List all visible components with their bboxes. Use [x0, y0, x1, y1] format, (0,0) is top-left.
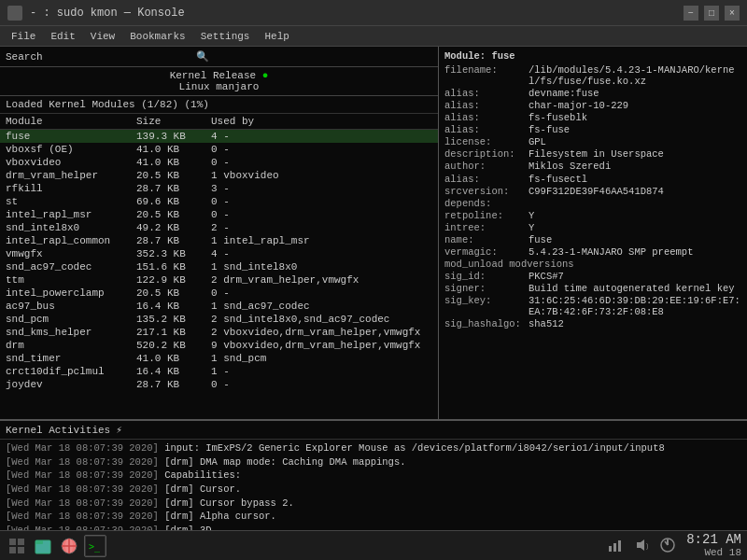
- info-row: alias: fs-fuseblk: [444, 112, 741, 123]
- kernel-release-value: Linux manjaro: [179, 81, 260, 92]
- info-val: C99F312DE39F46AA541D874: [529, 186, 664, 197]
- table-row[interactable]: drm 520.2 KB 9 vboxvideo,drm_vram_helper…: [0, 339, 438, 352]
- table-row[interactable]: crct10dif_pclmul 16.4 KB 1 -: [0, 365, 438, 378]
- kernel-activities-label: Kernel Activities: [6, 425, 110, 436]
- info-row: alias: fs-fuse: [444, 124, 741, 135]
- table-row[interactable]: vmwgfx 352.3 KB 4 -: [0, 247, 438, 260]
- table-row[interactable]: snd_timer 41.0 KB 1 snd_pcm: [0, 352, 438, 365]
- table-row[interactable]: intel_rapl_common 28.7 KB 1 intel_rapl_m…: [0, 234, 438, 247]
- info-key: srcversion:: [444, 186, 529, 197]
- tray-icons: )): [604, 534, 679, 556]
- info-key: sig_hashalgo:: [444, 318, 529, 329]
- module-size: 69.6 KB: [136, 196, 211, 207]
- table-row[interactable]: intel_powerclamp 20.5 KB 0 -: [0, 287, 438, 300]
- list-item: [Wed Mar 18 08:07:39 2020] [drm] Cursor.: [6, 483, 741, 497]
- info-row: alias: fs-fusectl: [444, 174, 741, 185]
- log-message: [drm] Cursor bypass 2.: [164, 497, 294, 509]
- table-row[interactable]: drm_vram_helper 20.5 KB 1 vboxvideo: [0, 169, 438, 182]
- taskbar-desktop-icon[interactable]: [6, 535, 28, 557]
- module-size: 122.9 KB: [136, 274, 211, 286]
- log-timestamp: [Wed Mar 18 08:07:39 2020]: [6, 497, 159, 509]
- table-row[interactable]: st 69.6 KB 0 -: [0, 195, 438, 208]
- search-icon: 🔍: [196, 50, 209, 63]
- module-used: 1 snd_pcm: [211, 353, 432, 364]
- table-row[interactable]: snd_intel8x0 49.2 KB 2 -: [0, 221, 438, 234]
- info-val: fuse: [529, 234, 552, 245]
- menu-item-bookmarks[interactable]: Bookmarks: [122, 29, 192, 44]
- main-content: 🔍 Kernel Release ● Linux manjaro Loaded …: [0, 47, 747, 530]
- table-row[interactable]: fuse 139.3 KB 4 -: [0, 130, 438, 143]
- table-row[interactable]: vboxvideo 41.0 KB 0 -: [0, 156, 438, 169]
- info-val: fs-fuse: [529, 124, 570, 135]
- module-size: 352.3 KB: [136, 248, 211, 259]
- minimize-button[interactable]: −: [684, 6, 698, 21]
- module-size: 20.5 KB: [136, 170, 211, 181]
- svg-rect-5: [35, 540, 43, 544]
- module-size: 151.6 KB: [136, 261, 211, 273]
- module-used: 1 snd_ac97_codec: [211, 301, 432, 312]
- table-row[interactable]: vboxsf (OE) 41.0 KB 0 -: [0, 143, 438, 156]
- col-module: Module: [6, 116, 136, 127]
- kernel-release-bar: Kernel Release ● Linux manjaro: [0, 67, 438, 96]
- module-name: joydev: [6, 379, 136, 390]
- menu-item-view[interactable]: View: [83, 29, 122, 44]
- kernel-activities-log: [Wed Mar 18 08:07:39 2020] input: ImExPS…: [0, 440, 747, 530]
- module-name: snd_pcm: [6, 314, 136, 325]
- network-icon[interactable]: [604, 534, 627, 556]
- table-row[interactable]: snd_pcm 135.2 KB 2 snd_intel8x0,snd_ac97…: [0, 313, 438, 326]
- window-controls: − □ ×: [684, 6, 740, 21]
- modules-columns: Module Size Used by: [0, 114, 438, 130]
- power-icon[interactable]: [656, 534, 679, 556]
- info-row: alias: char-major-10-229: [444, 100, 741, 111]
- table-row[interactable]: joydev 28.7 KB 0 -: [0, 378, 438, 391]
- table-row[interactable]: snd_ac97_codec 151.6 KB 1 snd_intel8x0: [0, 260, 438, 273]
- info-key: alias:: [444, 112, 529, 123]
- info-row: mod_unload modversions: [444, 259, 741, 270]
- module-used: 0 -: [211, 287, 432, 299]
- module-used: 2 drm_vram_helper,vmwgfx: [211, 274, 432, 286]
- menu-item-help[interactable]: Help: [257, 29, 296, 44]
- table-row[interactable]: ac97_bus 16.4 KB 1 snd_ac97_codec: [0, 300, 438, 313]
- taskbar-browser-icon[interactable]: [58, 535, 80, 557]
- module-name: drm_vram_helper: [6, 170, 136, 181]
- log-message: input: ImExPS/2 Generic Explorer Mouse a…: [164, 442, 665, 454]
- search-input[interactable]: [6, 51, 192, 63]
- module-name: drm: [6, 340, 136, 351]
- module-used: 2 snd_intel8x0,snd_ac97_codec: [211, 314, 432, 325]
- module-used: 4 -: [211, 248, 432, 259]
- info-val: 31:6C:25:46:6D:39:DB:29:EE:19:6F:E7:EA:7…: [529, 295, 741, 317]
- kernel-release-label: Kernel Release: [170, 70, 256, 81]
- module-name: intel_rapl_msr: [6, 209, 136, 220]
- taskbar-files-icon[interactable]: [32, 535, 54, 557]
- info-val: 5.4.23-1-MANJARO SMP preempt: [529, 246, 693, 258]
- maximize-button[interactable]: □: [704, 6, 719, 21]
- info-val: Miklos Szeredi: [529, 161, 611, 172]
- module-name: vmwgfx: [6, 248, 136, 259]
- svg-rect-0: [9, 539, 16, 545]
- table-row[interactable]: rfkill 28.7 KB 3 -: [0, 182, 438, 195]
- menu-item-settings[interactable]: Settings: [193, 29, 258, 44]
- table-row[interactable]: ttm 122.9 KB 2 drm_vram_helper,vmwgfx: [0, 273, 438, 287]
- menu-item-file[interactable]: File: [4, 29, 43, 44]
- module-name: rfkill: [6, 183, 136, 194]
- svg-marker-16: [637, 539, 644, 551]
- info-key: alias:: [444, 124, 529, 135]
- log-message: [drm] Cursor.: [164, 483, 241, 495]
- table-row[interactable]: snd_kms_helper 217.1 KB 2 vboxvideo,drm_…: [0, 326, 438, 339]
- close-button[interactable]: ×: [725, 6, 740, 21]
- module-name: intel_powerclamp: [6, 287, 136, 299]
- module-size: 20.5 KB: [136, 209, 211, 220]
- info-val: fs-fusectl: [529, 174, 587, 185]
- taskbar: >_ )): [0, 530, 747, 560]
- clock-date: Wed 18: [686, 547, 741, 559]
- module-used: 2 vboxvideo,drm_vram_helper,vmwgfx: [211, 327, 432, 338]
- info-row: sig_key: 31:6C:25:46:6D:39:DB:29:EE:19:6…: [444, 295, 741, 317]
- menu-item-edit[interactable]: Edit: [43, 29, 82, 44]
- info-row: filename: /lib/modules/5.4.23-1-MANJARO/…: [444, 64, 741, 87]
- modules-list[interactable]: fuse 139.3 KB 4 -vboxsf (OE) 41.0 KB 0 -…: [0, 130, 438, 419]
- volume-icon[interactable]: )): [630, 534, 653, 556]
- table-row[interactable]: intel_rapl_msr 20.5 KB 0 -: [0, 208, 438, 221]
- taskbar-terminal-icon[interactable]: >_: [84, 535, 106, 557]
- info-key: sig_id:: [444, 271, 529, 282]
- log-timestamp: [Wed Mar 18 08:07:39 2020]: [6, 442, 159, 454]
